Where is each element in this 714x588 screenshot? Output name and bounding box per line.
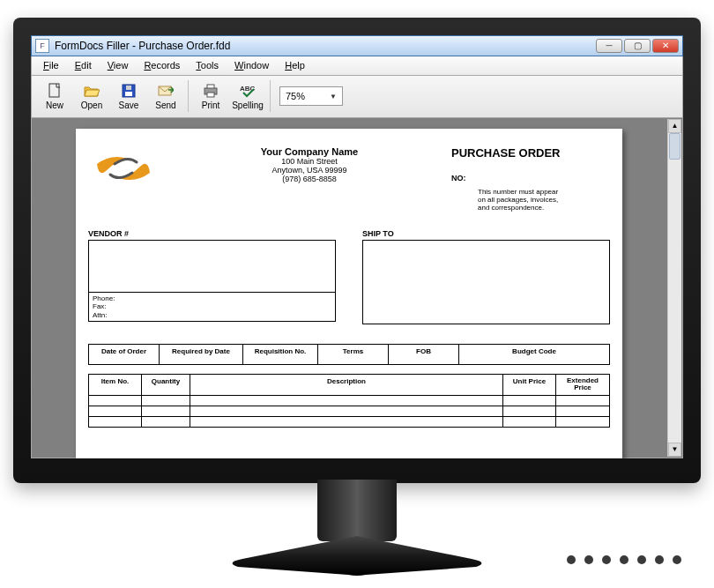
chevron-down-icon: ▼ <box>330 93 337 100</box>
zoom-select[interactable]: 75% ▼ <box>279 86 343 106</box>
new-icon <box>47 83 63 99</box>
item-row[interactable] <box>88 417 610 428</box>
menu-edit[interactable]: Edit <box>69 58 98 72</box>
vendor-box[interactable] <box>88 240 336 293</box>
menu-records[interactable]: Records <box>138 58 186 72</box>
monitor-btn <box>637 555 646 564</box>
po-header: PURCHASE ORDER NO: This number must appe… <box>451 146 610 212</box>
vendor-contact[interactable]: Phone: Fax: Attn: <box>88 293 336 323</box>
svg-text:ABC: ABC <box>240 85 256 93</box>
print-button[interactable]: Print <box>193 78 228 115</box>
vertical-scrollbar[interactable]: ▲ ▼ <box>667 119 681 457</box>
monitor-btn <box>655 555 664 564</box>
monitor-btn <box>620 555 628 564</box>
shipto-section: SHIP TO <box>362 229 610 324</box>
open-button[interactable]: Open <box>74 78 109 115</box>
window-controls: ─ ▢ ✕ <box>596 39 679 53</box>
spelling-button[interactable]: ABC Spelling <box>230 78 265 115</box>
monitor-btn <box>602 555 611 564</box>
minimize-button[interactable]: ─ <box>596 39 622 53</box>
monitor-frame: F FormDocs Filler - Purchase Order.fdd ─… <box>13 18 701 571</box>
save-icon <box>121 83 137 99</box>
toolbar-separator <box>188 80 189 112</box>
spelling-icon: ABC <box>240 83 256 99</box>
svg-rect-0 <box>49 84 59 97</box>
scroll-thumb[interactable] <box>669 133 681 160</box>
titlebar: F FormDocs Filler - Purchase Order.fdd ─… <box>31 35 683 56</box>
po-note: This number must appear on all packages,… <box>478 188 610 212</box>
toolbar: New Open Save Send Print <box>31 76 683 118</box>
item-row[interactable] <box>88 396 610 406</box>
monitor-btn <box>673 555 681 564</box>
menu-view[interactable]: View <box>101 58 135 72</box>
company-logo <box>88 146 167 212</box>
company-street: 100 Main Street <box>167 157 451 166</box>
zoom-value: 75% <box>286 91 305 101</box>
vendor-section: VENDOR # Phone: Fax: Attn: <box>88 229 336 324</box>
company-block: Your Company Name 100 Main Street Anytow… <box>167 146 451 212</box>
svg-rect-3 <box>126 86 131 90</box>
toolbar-separator <box>270 80 271 112</box>
menu-window[interactable]: Window <box>228 58 275 72</box>
send-icon <box>158 83 174 99</box>
svg-rect-2 <box>125 92 132 96</box>
new-button[interactable]: New <box>37 78 72 115</box>
monitor-stand-base <box>225 536 489 571</box>
send-button[interactable]: Send <box>148 78 183 115</box>
monitor-btn <box>567 555 576 564</box>
close-button[interactable]: ✕ <box>652 39 679 53</box>
scroll-up-icon[interactable]: ▲ <box>668 119 681 133</box>
monitor-btn <box>584 555 593 564</box>
shipto-label: SHIP TO <box>362 229 610 238</box>
vendor-label: VENDOR # <box>88 229 336 238</box>
order-info-header: Date of Order Required by Date Requisiti… <box>88 344 610 365</box>
shipto-box[interactable] <box>362 240 610 324</box>
company-name: Your Company Name <box>167 146 451 157</box>
po-no-label: NO: <box>451 174 610 182</box>
item-row[interactable] <box>88 406 610 417</box>
window-title: FormDocs Filler - Purchase Order.fdd <box>55 40 230 52</box>
monitor-stand-neck <box>317 480 397 541</box>
open-icon <box>84 83 100 99</box>
screen: F FormDocs Filler - Purchase Order.fdd ─… <box>31 35 683 458</box>
po-title: PURCHASE ORDER <box>451 146 610 160</box>
items-header: Item No. Quantity Description Unit Price… <box>88 374 610 397</box>
menu-help[interactable]: Help <box>279 58 311 72</box>
company-city: Anytown, USA 99999 <box>167 166 451 175</box>
workspace: Your Company Name 100 Main Street Anytow… <box>31 118 683 458</box>
app-icon: F <box>35 39 49 53</box>
company-phone: (978) 685-8858 <box>167 175 451 183</box>
monitor-buttons <box>567 555 681 564</box>
menu-file[interactable]: File <box>37 58 65 72</box>
menubar: File Edit View Records Tools Window Help <box>31 56 683 76</box>
save-button[interactable]: Save <box>111 78 146 115</box>
bezel: F FormDocs Filler - Purchase Order.fdd ─… <box>13 18 701 483</box>
maximize-button[interactable]: ▢ <box>624 39 651 53</box>
scroll-down-icon[interactable]: ▼ <box>668 443 681 457</box>
svg-rect-7 <box>207 93 214 97</box>
document[interactable]: Your Company Name 100 Main Street Anytow… <box>76 129 622 458</box>
print-icon <box>203 83 219 99</box>
menu-tools[interactable]: Tools <box>190 58 225 72</box>
